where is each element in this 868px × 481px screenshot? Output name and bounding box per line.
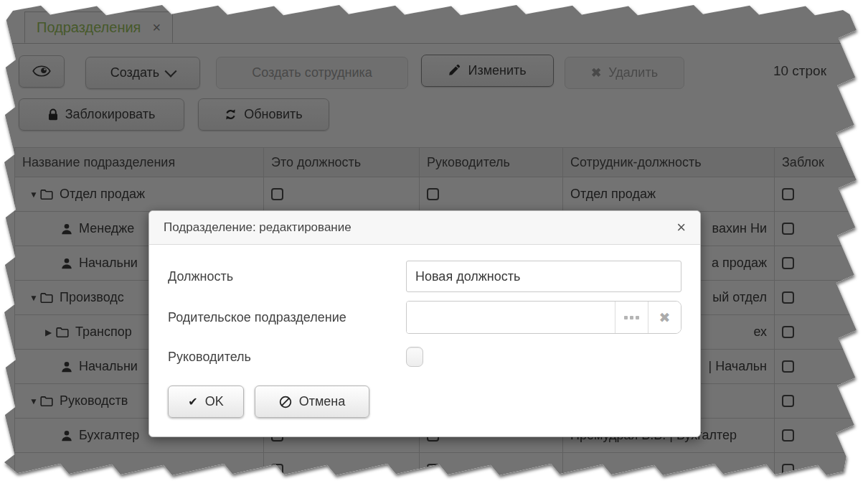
close-icon[interactable]: × <box>676 220 686 235</box>
check-icon: ✔ <box>188 395 197 408</box>
head-checkbox[interactable] <box>406 347 423 367</box>
parent-field-label: Родительское подразделение <box>168 310 406 325</box>
screenshot-torn-frame: Подразделения × Создать Создать сотрудни… <box>0 0 868 481</box>
parent-input-group: ✖ <box>406 301 681 334</box>
ellipsis-icon <box>624 316 639 319</box>
parent-clear-button[interactable]: ✖ <box>648 302 681 333</box>
dialog-title: Подразделение: редактирование <box>164 220 676 235</box>
parent-picker-button[interactable] <box>615 302 648 333</box>
head-field-label: Руководитель <box>168 350 406 365</box>
ok-button-label: OK <box>205 394 224 409</box>
dialog-buttons: ✔ OK Отмена <box>168 386 681 418</box>
ban-icon <box>279 396 292 408</box>
ok-button[interactable]: ✔ OK <box>168 386 244 418</box>
dialog-body: Должность Родительское подразделение ✖ Р… <box>149 245 700 436</box>
cancel-button-label: Отмена <box>299 394 346 409</box>
parent-input[interactable] <box>407 302 615 333</box>
position-field-label: Должность <box>168 269 406 284</box>
clear-x-icon: ✖ <box>659 309 671 326</box>
cancel-button[interactable]: Отмена <box>255 386 369 418</box>
dialog-header: Подразделение: редактирование × <box>149 211 700 245</box>
edit-department-dialog: Подразделение: редактирование × Должност… <box>148 210 701 437</box>
position-input[interactable] <box>406 261 681 292</box>
